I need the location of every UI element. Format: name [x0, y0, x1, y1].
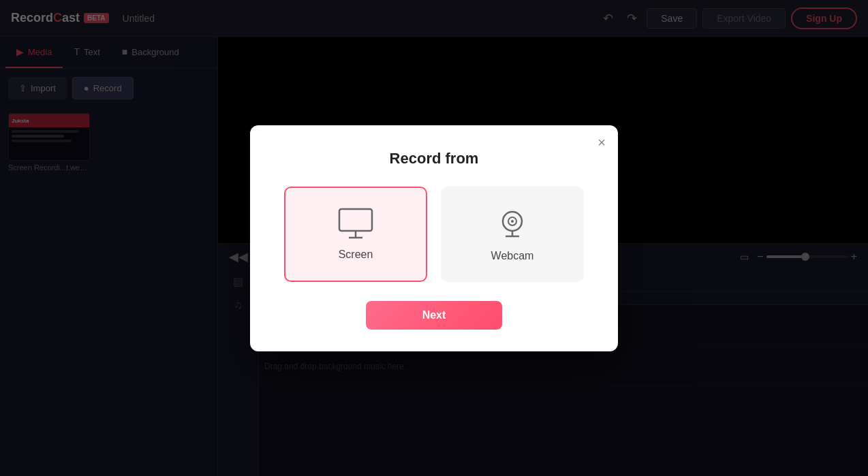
svg-rect-0 [339, 209, 372, 231]
webcam-option[interactable]: Webcam [441, 187, 584, 282]
modal-overlay: × Record from Screen Webcam [0, 0, 868, 476]
webcam-icon [495, 206, 530, 242]
record-modal: × Record from Screen Webcam [250, 125, 618, 351]
modal-options: Screen Webcam [275, 187, 593, 282]
screen-option[interactable]: Screen [284, 187, 427, 282]
next-button[interactable]: Next [366, 301, 502, 330]
screen-option-label: Screen [339, 249, 373, 261]
modal-title: Record from [275, 150, 593, 168]
svg-point-5 [511, 220, 514, 223]
modal-close-button[interactable]: × [598, 135, 606, 150]
webcam-option-label: Webcam [491, 250, 534, 262]
screen-icon [338, 208, 373, 240]
